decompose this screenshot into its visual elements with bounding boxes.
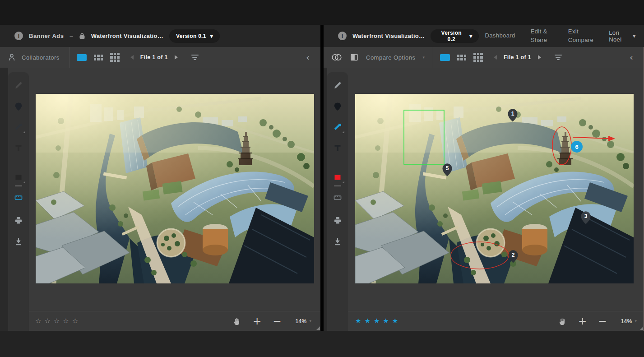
rectangle-tool[interactable] (327, 173, 348, 182)
arrow-tool-icon (333, 123, 342, 132)
zoom-level-value: 14% (621, 318, 632, 325)
view-grid-3x3-button[interactable] (473, 53, 483, 62)
hand-tool-button[interactable] (233, 317, 241, 325)
hand-tool-button[interactable] (558, 317, 567, 325)
file-nav-label: File 1 of 1 (140, 54, 168, 60)
zoom-controls: + − 14% ▾ (233, 316, 311, 326)
rectangle-tool[interactable] (8, 173, 29, 182)
filter-button[interactable] (555, 55, 562, 60)
ruler-tool[interactable] (327, 193, 348, 202)
text-tool-icon (14, 144, 23, 153)
info-icon[interactable]: i (338, 32, 347, 40)
zoom-in-button[interactable]: + (578, 316, 587, 326)
proof-image-v1[interactable] (36, 94, 314, 283)
prev-file-button[interactable] (494, 55, 497, 60)
line-tool-icon (14, 181, 23, 190)
download-button[interactable] (327, 237, 348, 246)
star-icon[interactable]: ★ (383, 318, 389, 325)
pencil-tool[interactable] (8, 81, 29, 90)
view-grid-2x3-button[interactable] (94, 55, 103, 60)
pin-tool[interactable] (8, 102, 29, 111)
text-tool[interactable] (8, 144, 29, 153)
star-icon[interactable]: ☆ (44, 318, 50, 325)
exit-compare-link[interactable]: Exit Compare (568, 28, 593, 45)
collapse-panel-button[interactable]: ‹ (630, 53, 633, 62)
next-file-button[interactable] (538, 55, 541, 60)
prev-file-button[interactable] (130, 55, 134, 60)
compare-split-icon[interactable] (350, 53, 359, 62)
annotation-pin-2[interactable]: 2 (509, 250, 518, 263)
resize-handle[interactable] (316, 326, 320, 330)
download-button[interactable] (8, 237, 29, 246)
info-icon[interactable]: i (14, 32, 23, 40)
compare-overlay-icon[interactable] (331, 53, 343, 62)
proofing-app-window: i Banner Ads – Waterfront Visualizatio… … (0, 0, 644, 357)
collaborators-button[interactable]: Collaborators (0, 47, 70, 68)
pin-tool[interactable] (327, 102, 348, 111)
print-icon (14, 216, 23, 225)
star-icon[interactable]: ★ (355, 318, 361, 325)
zoom-out-button[interactable]: − (598, 316, 607, 326)
red-ellipse-pagoda-annotation[interactable] (552, 127, 571, 165)
aerial-render-image (36, 94, 314, 283)
file-navigation: File 1 of 1 (494, 54, 541, 60)
ruler-tool[interactable] (8, 193, 29, 202)
view-single-button[interactable] (440, 54, 450, 61)
right-header-bar: i Waterfront Visualizatio… Version 0.2 ▾… (324, 25, 644, 47)
chevron-down-icon: ▾ (422, 56, 425, 60)
pin-number: 5 (446, 165, 449, 172)
zoom-in-button[interactable]: + (253, 316, 261, 326)
zoom-level-dropdown[interactable]: 14% ▾ (296, 318, 311, 325)
star-icon[interactable]: ☆ (72, 318, 78, 325)
download-icon (14, 237, 23, 246)
next-file-button[interactable] (175, 55, 178, 60)
comment-number: 6 (575, 144, 578, 150)
star-icon[interactable]: ★ (364, 318, 370, 325)
view-single-button[interactable] (77, 54, 87, 61)
star-icon[interactable]: ☆ (54, 318, 60, 325)
line-tool[interactable] (327, 181, 348, 190)
collapse-panel-button[interactable]: ‹ (306, 53, 310, 62)
zoom-controls: + − 14% ▾ (558, 316, 637, 326)
file-navigation: File 1 of 1 (130, 54, 178, 60)
version-label: Version 0.1 (176, 33, 206, 39)
view-grid-2x3-button[interactable] (457, 55, 467, 60)
zoom-out-button[interactable]: − (273, 316, 281, 326)
version-selector[interactable]: Version 0.1 ▾ (169, 29, 220, 43)
line-tool[interactable] (8, 181, 29, 190)
panel-divider (320, 25, 324, 331)
annotation-pin-5[interactable]: 5 (443, 163, 452, 176)
annotation-comment-6[interactable]: 6 (571, 141, 583, 153)
arrow-tool[interactable] (8, 123, 29, 132)
filter-button[interactable] (191, 55, 199, 60)
arrow-tool[interactable] (327, 123, 348, 132)
star-icon[interactable]: ★ (392, 318, 398, 325)
ruler-tool-icon (333, 193, 342, 202)
pencil-tool[interactable] (327, 81, 348, 90)
annotation-pin-3[interactable]: 3 (581, 211, 591, 224)
red-arrow-annotation[interactable] (573, 136, 615, 141)
print-button[interactable] (8, 216, 29, 225)
compare-options-dropdown[interactable]: Compare Options (366, 54, 415, 61)
print-button[interactable] (327, 216, 348, 225)
user-menu[interactable]: Lori Noel ▾ (609, 29, 636, 43)
global-nav: Dashboard Edit & Share Exit Compare Lori… (485, 28, 638, 45)
red-ellipse-water-annotation[interactable] (451, 242, 509, 269)
version-label: Version 0.2 (437, 30, 465, 42)
left-toolbar: Collaborators File 1 of 1 ‹ (0, 47, 320, 68)
zoom-level-dropdown[interactable]: 14% ▾ (621, 318, 637, 325)
star-icon[interactable]: ☆ (35, 318, 41, 325)
zoom-level-value: 14% (296, 318, 307, 325)
dashboard-link[interactable]: Dashboard (485, 32, 515, 40)
version-selector[interactable]: Version 0.2 ▾ (431, 29, 479, 43)
version-panel-left: i Banner Ads – Waterfront Visualizatio… … (0, 0, 320, 331)
text-tool[interactable] (327, 144, 348, 153)
star-icon[interactable]: ★ (374, 318, 380, 325)
arrow-tool-icon (14, 123, 23, 132)
green-rectangle-annotation[interactable] (404, 110, 444, 164)
edit-share-link[interactable]: Edit & Share (531, 28, 553, 45)
star-icon[interactable]: ☆ (63, 318, 69, 325)
proof-image-v2[interactable]: 1 5 2 3 6 (355, 94, 634, 283)
annotation-pin-1[interactable]: 1 (508, 109, 518, 121)
view-grid-3x3-button[interactable] (110, 53, 120, 62)
